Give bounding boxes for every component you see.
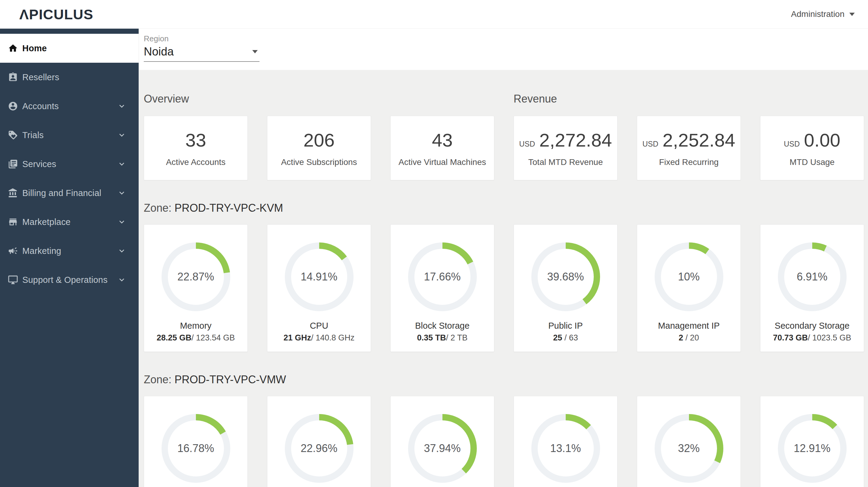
gauge-percent: 17.66% [408, 242, 477, 311]
donut-chart: 17.66% [408, 242, 477, 311]
user-menu-label: Administration [791, 9, 844, 19]
gauge-usage: 28.25 GB/ 123.54 GB [157, 333, 235, 342]
chevron-down-icon [117, 101, 127, 111]
currency-label: USD [784, 140, 800, 148]
gauge-usage: 70.73 GB/ 1023.5 GB [773, 333, 851, 342]
zone-title-vmw: Zone: PROD-TRY-VPC-VMW [144, 373, 864, 386]
gauge-percent: 6.91% [778, 242, 846, 311]
sidebar-item-accounts[interactable]: Accounts [0, 92, 138, 121]
dashboard-body: Overview Revenue 33 Active Accounts 206 … [139, 70, 868, 487]
gauge-percent: 22.96% [285, 414, 353, 483]
revenue-card-fixed-recurring: USD 2,252.84 Fixed Recurring [637, 116, 741, 180]
donut-chart: 32% [655, 414, 723, 483]
donut-chart: 16.78% [161, 414, 230, 483]
sidebar-item-label: Marketing [22, 246, 61, 256]
donut-chart: 12.91% [778, 414, 846, 483]
revenue-label: MTD Usage [789, 157, 835, 167]
stat-label: Active Accounts [166, 157, 226, 167]
revenue-label: Fixed Recurring [659, 157, 719, 167]
region-select-label: Region [144, 34, 259, 43]
revenue-value: 2,252.84 [662, 129, 735, 151]
gauge-card: 22.96% [267, 396, 371, 487]
library-icon [8, 159, 18, 169]
caret-down-icon [252, 50, 258, 53]
gauge-card: 13.1% [514, 396, 618, 487]
sidebar-item-label: Accounts [22, 101, 59, 111]
sidebar-item-label: Trials [22, 130, 44, 140]
sidebar-item-support-operations[interactable]: Support & Operations [0, 265, 138, 294]
zone-prefix: Zone: [144, 202, 172, 214]
gauge-card-management-ip: 10% Management IP 2 / 20 [637, 224, 741, 352]
gauge-label: Block Storage [415, 321, 470, 331]
gauge-percent: 14.91% [285, 242, 353, 311]
sidebar-item-trials[interactable]: Trials [0, 121, 138, 150]
app-layout: Home Resellers Accounts Trials Servi [0, 29, 868, 487]
main-content: Region Noida Overview Revenue 33 Active … [138, 29, 868, 487]
account-circle-icon [8, 101, 18, 111]
stat-value: 43 [432, 129, 453, 151]
sidebar-item-label: Services [22, 159, 56, 169]
stat-card-active-vms: 43 Active Virtual Machines [390, 116, 494, 180]
gauge-percent: 13.1% [531, 414, 600, 483]
chevron-down-icon [117, 246, 127, 256]
sidebar: Home Resellers Accounts Trials Servi [0, 29, 138, 487]
sidebar-item-label: Support & Operations [22, 275, 107, 285]
user-menu-administration[interactable]: Administration [791, 9, 855, 19]
brand-logo: ΛPICULUS [19, 6, 93, 23]
donut-chart: 39.68% [531, 242, 600, 311]
gauge-percent: 16.78% [161, 414, 230, 483]
revenue-section-title: Revenue [514, 92, 618, 105]
gauge-label: Memory [180, 321, 212, 331]
gauge-row-kvm: 22.87% Memory 28.25 GB/ 123.54 GB 14.91%… [144, 224, 864, 352]
region-select-value: Noida [144, 45, 174, 58]
zone-name: PROD-TRY-VPC-KVM [175, 202, 283, 214]
chevron-down-icon [117, 217, 127, 227]
stat-card-active-accounts: 33 Active Accounts [144, 116, 248, 180]
sidebar-item-billing-and-financial[interactable]: Billing and Financial [0, 179, 138, 208]
currency-label: USD [642, 140, 658, 148]
gauge-percent: 39.68% [531, 242, 600, 311]
chevron-down-icon [117, 130, 127, 140]
gauge-card-cpu: 14.91% CPU 21 GHz/ 140.8 GHz [267, 224, 371, 352]
gauge-usage: 21 GHz/ 140.8 GHz [284, 333, 355, 342]
reseller-badge-icon [8, 72, 18, 82]
donut-chart: 22.87% [161, 242, 230, 311]
revenue-card-total-mtd: USD 2,272.84 Total MTD Revenue [514, 116, 618, 180]
donut-chart: 13.1% [531, 414, 600, 483]
zone-name: PROD-TRY-VPC-VMW [175, 373, 286, 386]
donut-chart: 10% [655, 242, 723, 311]
region-select[interactable]: Region Noida [144, 34, 259, 62]
store-icon [8, 217, 18, 227]
gauge-card-secondary-storage: 6.91% Secondary Storage 70.73 GB/ 1023.5… [760, 224, 864, 352]
sidebar-item-marketing[interactable]: Marketing [0, 236, 138, 265]
gauge-percent: 37.94% [408, 414, 477, 483]
revenue-value: 0.00 [804, 129, 841, 151]
sidebar-top-gap [0, 29, 138, 34]
gauge-usage: 25 / 63 [553, 333, 578, 342]
gauge-card: 12.91% [760, 396, 864, 487]
region-row: Region Noida [139, 29, 868, 70]
stat-label: Active Subscriptions [281, 157, 357, 167]
gauge-usage: 2 / 20 [679, 333, 699, 342]
desktop-icon [8, 275, 18, 285]
gauge-label: Management IP [658, 321, 720, 331]
gauge-percent: 12.91% [778, 414, 846, 483]
donut-chart: 37.94% [408, 414, 477, 483]
home-icon [8, 43, 18, 53]
donut-chart: 14.91% [285, 242, 353, 311]
sidebar-item-services[interactable]: Services [0, 150, 138, 179]
gauge-percent: 32% [655, 414, 723, 483]
bank-icon [8, 188, 18, 198]
stat-value: 33 [185, 129, 206, 151]
tag-icon [8, 130, 18, 140]
sidebar-item-home[interactable]: Home [0, 34, 138, 63]
gauge-usage: 0.35 TB/ 2 TB [417, 333, 468, 342]
sidebar-item-marketplace[interactable]: Marketplace [0, 208, 138, 236]
sidebar-item-resellers[interactable]: Resellers [0, 63, 138, 92]
gauge-card-public-ip: 39.68% Public IP 25 / 63 [514, 224, 618, 352]
sidebar-item-label: Marketplace [22, 217, 70, 227]
top-bar: ΛPICULUS Administration [0, 0, 868, 29]
chevron-down-icon [117, 159, 127, 169]
donut-chart: 6.91% [778, 242, 846, 311]
stat-cards-row: 33 Active Accounts 206 Active Subscripti… [144, 116, 864, 180]
